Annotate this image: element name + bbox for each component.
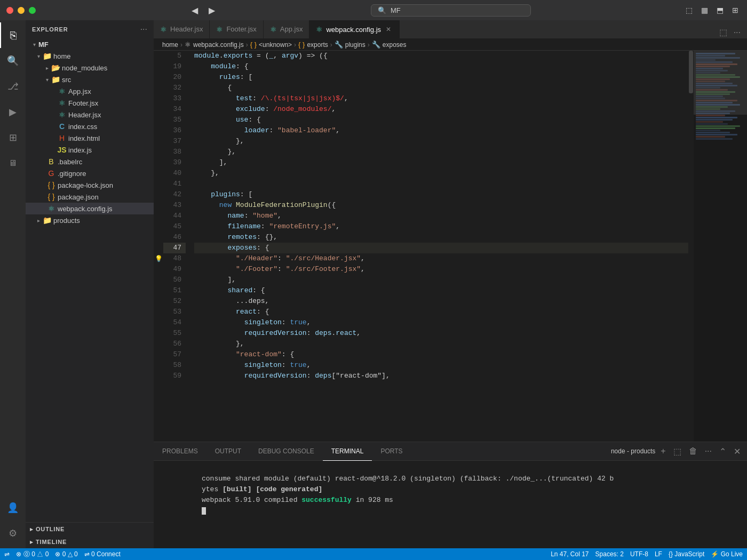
sidebar-item-home[interactable]: ▾ 📁 home	[26, 50, 154, 62]
customize-button[interactable]: ⊞	[730, 5, 741, 15]
outline-header[interactable]: ▸ OUTLINE	[26, 523, 154, 535]
breadcrumb-plugins[interactable]: plugins	[345, 41, 365, 49]
jsx-icon: ⚛	[270, 25, 277, 34]
minimize-button[interactable]	[18, 7, 25, 14]
activity-item-remote[interactable]: 🖥	[0, 150, 26, 176]
sidebar-more-button[interactable]: ···	[140, 25, 147, 34]
split-terminal-button[interactable]: ⬚	[671, 445, 684, 458]
status-errors[interactable]: ⊗ ⓪ 0 △ 0	[16, 550, 49, 559]
activity-item-extensions[interactable]: ⊞	[0, 125, 26, 150]
split-editor-icon[interactable]: ⬚	[717, 26, 729, 38]
activity-item-run-debug[interactable]: ▶	[0, 99, 26, 125]
activity-item-settings[interactable]: ⚙	[0, 521, 26, 546]
activity-item-explorer[interactable]: ⎘	[0, 22, 26, 48]
sidebar-item-index-css[interactable]: C index.css	[26, 121, 154, 132]
sidebar-item-header-jsx[interactable]: ⚛ Header.jsx	[26, 109, 154, 121]
activity-item-source-control[interactable]: ⎇	[0, 74, 26, 99]
back-button[interactable]: ◀	[188, 4, 201, 17]
status-connect[interactable]: ⇌ 0 Connect	[84, 550, 121, 558]
status-line-ending[interactable]: LF	[655, 550, 662, 558]
code-line-44: name: "home",	[194, 211, 688, 221]
more-actions-icon[interactable]: ···	[732, 27, 743, 38]
activity-item-accounts[interactable]: 👤	[0, 495, 26, 521]
layout-button[interactable]: ▦	[699, 5, 710, 15]
code-line-35: use: {	[194, 115, 688, 125]
jsx-icon: ⚛	[160, 25, 167, 34]
navigation-controls: ◀ ▶	[188, 4, 218, 17]
search-input[interactable]	[391, 6, 497, 14]
status-warnings[interactable]: ⊗ 0 △ 0	[55, 550, 77, 558]
webpack-icon: ⚛	[316, 25, 323, 34]
panel-tab-problems[interactable]: PROBLEMS	[154, 442, 206, 461]
tab-footer-jsx[interactable]: ⚛ Footer.jsx	[210, 20, 263, 38]
no-arrow	[53, 87, 58, 95]
sidebar-item-products[interactable]: ▸ 📁 products	[26, 214, 154, 226]
terminal-content[interactable]: consume shared module (default) react-do…	[154, 461, 747, 548]
sidebar-item-node-modules[interactable]: ▸ 📂 node_modules	[26, 62, 154, 74]
code-line-46: remotes: {},	[194, 232, 688, 243]
breadcrumb-unknown[interactable]: <unknown>	[259, 41, 292, 49]
kill-terminal-button[interactable]: 🗑	[687, 445, 700, 457]
search-bar[interactable]: 🔍	[371, 4, 531, 17]
breadcrumb-webpack[interactable]: webpack.config.js	[193, 41, 244, 49]
bottom-panel: PROBLEMS OUTPUT DEBUG CONSOLE TERMINAL P…	[154, 442, 747, 548]
panel-tab-terminal[interactable]: TERMINAL	[323, 442, 372, 461]
breadcrumb-home[interactable]: home	[162, 41, 178, 49]
sidebar-item-webpack-config[interactable]: ⚛ webpack.config.js	[26, 203, 154, 214]
panel-tab-ports[interactable]: PORTS	[372, 442, 411, 461]
sidebar-item-footer-jsx[interactable]: ⚛ Footer.jsx	[26, 97, 154, 109]
scrollbar-thumb[interactable]	[689, 51, 693, 93]
panel-actions: node - products + ⬚ 🗑 ··· ⌃ ✕	[607, 445, 747, 458]
sidebar-item-babelrc[interactable]: B .babelrc	[26, 156, 154, 167]
breadcrumb-exports[interactable]: exports	[307, 41, 328, 49]
minimap-slider[interactable]	[694, 51, 747, 115]
tab-bar-actions: ⬚ ···	[713, 26, 747, 38]
terminal-more-button[interactable]: ···	[703, 445, 714, 457]
sidebar-item-mf-root[interactable]: ▾ MF	[26, 38, 154, 50]
panel-tab-debug-console[interactable]: DEBUG CONSOLE	[250, 442, 323, 461]
tab-app-jsx[interactable]: ⚛ App.jsx	[264, 20, 310, 38]
search-icon: 🔍	[7, 55, 19, 67]
code-area[interactable]: module.exports = (_, argv) => ({ module:…	[190, 51, 688, 442]
close-button[interactable]	[6, 7, 13, 14]
sidebar-item-gitignore[interactable]: G .gitignore	[26, 167, 154, 179]
minimap[interactable]	[694, 51, 747, 442]
forward-button[interactable]: ▶	[205, 4, 218, 17]
code-line-34: exclude: /node_modules/,	[194, 104, 688, 115]
tab-webpack-config[interactable]: ⚛ webpack.config.js ✕	[309, 20, 400, 38]
folder-home-icon: 📁	[43, 52, 51, 60]
maximize-button[interactable]	[29, 7, 36, 14]
editor-scrollbar[interactable]	[688, 51, 694, 442]
new-terminal-button[interactable]: +	[658, 445, 667, 457]
activity-item-search[interactable]: 🔍	[0, 48, 26, 74]
sidebar-item-app-jsx[interactable]: ⚛ App.jsx	[26, 85, 154, 97]
status-position[interactable]: Ln 47, Col 17	[551, 550, 589, 558]
source-control-icon: ⎇	[7, 81, 19, 92]
breadcrumb: home › ⚛ webpack.config.js › { } <unknow…	[154, 39, 747, 51]
panels-button[interactable]: ⬒	[714, 5, 726, 15]
status-spaces[interactable]: Spaces: 2	[595, 550, 624, 558]
html-file-icon: H	[58, 134, 66, 142]
code-line-37: },	[194, 136, 688, 147]
code-line-32: {	[194, 83, 688, 93]
sidebar-item-index-js[interactable]: JS index.js	[26, 144, 154, 156]
panel-tab-output[interactable]: OUTPUT	[206, 442, 250, 461]
breadcrumb-exposes[interactable]: exposes	[383, 41, 407, 49]
status-language[interactable]: {} JavaScript	[669, 550, 704, 558]
editor-main: 💡	[154, 51, 694, 442]
tab-close-button[interactable]: ✕	[384, 25, 393, 34]
split-editor-button[interactable]: ⬚	[684, 5, 695, 15]
panel-maximize-button[interactable]: ⌃	[717, 445, 728, 458]
sidebar-item-index-html[interactable]: H index.html	[26, 132, 154, 144]
sidebar-item-package-lock[interactable]: { } package-lock.json	[26, 179, 154, 191]
timeline-header[interactable]: ▸ TIMELINE	[26, 535, 154, 548]
status-go-live[interactable]: ⚡ Go Live	[711, 550, 743, 558]
panel-close-button[interactable]: ✕	[732, 445, 743, 458]
app-body: ⎘ 🔍 ⎇ ▶ ⊞ 🖥 👤 ⚙ EXPLORER ···	[0, 20, 747, 548]
code-line-20: rules: [	[194, 72, 688, 83]
status-remote-icon[interactable]: ⇌	[4, 550, 10, 558]
sidebar-item-src[interactable]: ▾ 📁 src	[26, 74, 154, 85]
sidebar-item-package-json[interactable]: { } package.json	[26, 191, 154, 203]
tab-header-jsx[interactable]: ⚛ Header.jsx	[154, 20, 210, 38]
status-encoding[interactable]: UTF-8	[630, 550, 648, 558]
